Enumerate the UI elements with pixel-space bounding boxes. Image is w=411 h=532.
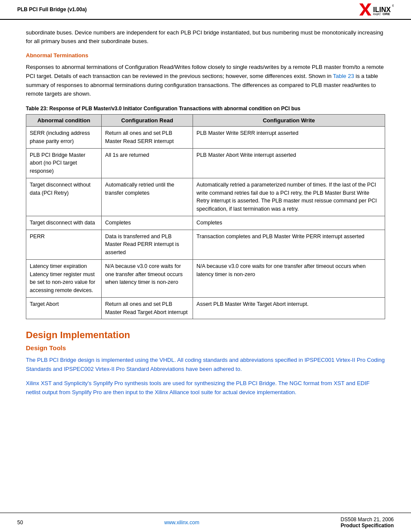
cell-config-write-3: Completes: [193, 216, 385, 230]
footer-page-number: 50: [17, 520, 23, 526]
cell-condition-5: Latency timer expiration Latency timer r…: [26, 259, 102, 297]
table-header-row: Abnormal condition Configuration Read Co…: [26, 115, 385, 127]
table-row: PERRData is transferred and PLB Master R…: [26, 230, 385, 259]
abnormal-terminations-body: Responses to abnormal terminations of Co…: [26, 63, 385, 99]
table-row: SERR (including address phase parity err…: [26, 127, 385, 149]
cell-config-write-4: Transaction completes and PLB Master Wri…: [193, 230, 385, 259]
cell-config-read-1: All 1s are returned: [102, 148, 193, 178]
cell-config-read-0: Return all ones and set PLB Master Read …: [102, 127, 193, 149]
table-23-link[interactable]: Table 23: [333, 73, 354, 79]
abnormal-conditions-table: Abnormal condition Configuration Read Co…: [26, 114, 385, 319]
main-content: subordinate buses. Device numbers are in…: [0, 20, 411, 513]
svg-marker-0: [359, 3, 371, 16]
svg-text:®: ®: [392, 4, 394, 7]
table-row: Target disconnect without data (PCI Retr…: [26, 178, 385, 216]
design-implementation-heading: Design Implementation: [26, 330, 385, 341]
cell-config-write-5: N/A because v3.0 core waits for one tran…: [193, 259, 385, 297]
cell-config-write-0: PLB Master Write SERR interrupt asserted: [193, 127, 385, 149]
footer-doc-type: Product Specification: [341, 523, 394, 529]
table-row: PLB PCI Bridge Master abort (no PCI targ…: [26, 148, 385, 178]
cell-condition-4: PERR: [26, 230, 102, 259]
table-caption-title: Response of PLB Master/v3.0 Initiator Co…: [49, 106, 300, 112]
table-row: Target AbortReturn all ones and set PLB …: [26, 297, 385, 319]
cell-config-read-2: Automatically retried until the transfer…: [102, 178, 193, 216]
cell-config-write-2: Automatically retried a parameterized nu…: [193, 178, 385, 216]
col-header-condition: Abnormal condition: [26, 115, 102, 127]
header-title: PLB PCI Full Bridge (v1.00a): [17, 6, 87, 12]
table-row: Target disconnect with dataCompletesComp…: [26, 216, 385, 230]
table-row: Latency timer expiration Latency timer r…: [26, 259, 385, 297]
intro-paragraph: subordinate buses. Device numbers are in…: [26, 28, 385, 45]
design-tools-para2: Xilinx XST and Synplicity's Synplify Pro…: [26, 379, 385, 397]
cell-condition-3: Target disconnect with data: [26, 216, 102, 230]
cell-config-write-1: PLB Master Abort Write interrupt asserte…: [193, 148, 385, 178]
table-caption-prefix: Table 23:: [26, 106, 48, 112]
cell-config-read-5: N/A because v3.0 core waits for one tran…: [102, 259, 193, 297]
cell-condition-1: PLB PCI Bridge Master abort (no PCI targ…: [26, 148, 102, 178]
cell-condition-6: Target Abort: [26, 297, 102, 319]
svg-text:ORE: ORE: [383, 12, 390, 16]
svg-text:logiC: logiC: [373, 12, 381, 16]
cell-config-read-6: Return all ones and set PLB Master Read …: [102, 297, 193, 319]
cell-condition-2: Target disconnect without data (PCI Retr…: [26, 178, 102, 216]
cell-condition-0: SERR (including address phase parity err…: [26, 127, 102, 149]
footer-right: DS508 March 21, 2006 Product Specificati…: [341, 516, 394, 529]
body-text-1: Responses to abnormal terminations of Co…: [26, 64, 384, 79]
col-header-config-write: Configuration Write: [193, 115, 385, 127]
col-header-config-read: Configuration Read: [102, 115, 193, 127]
cell-config-read-3: Completes: [102, 216, 193, 230]
xilinx-logo-icon: ILINX ® logiC ORE: [359, 3, 394, 16]
cell-config-write-6: Assert PLB Master Write Target Abort int…: [193, 297, 385, 319]
design-tools-para1: The PLB PCI Bridge design is implemented…: [26, 356, 385, 374]
page: PLB PCI Full Bridge (v1.00a) ILINX ® log…: [0, 0, 411, 532]
footer-website[interactable]: www.xilinx.com: [164, 520, 199, 526]
page-footer: 50 www.xilinx.com DS508 March 21, 2006 P…: [0, 513, 411, 532]
table-caption: Table 23: Response of PLB Master/v3.0 In…: [26, 105, 385, 112]
design-tools-heading: Design Tools: [26, 344, 385, 352]
header-logo: ILINX ® logiC ORE: [359, 3, 394, 16]
abnormal-terminations-heading: Abnormal Terminations: [26, 52, 385, 59]
page-header: PLB PCI Full Bridge (v1.00a) ILINX ® log…: [0, 0, 411, 20]
footer-doc-number: DS508 March 21, 2006: [341, 516, 394, 523]
cell-config-read-4: Data is transferred and PLB Master Read …: [102, 230, 193, 259]
